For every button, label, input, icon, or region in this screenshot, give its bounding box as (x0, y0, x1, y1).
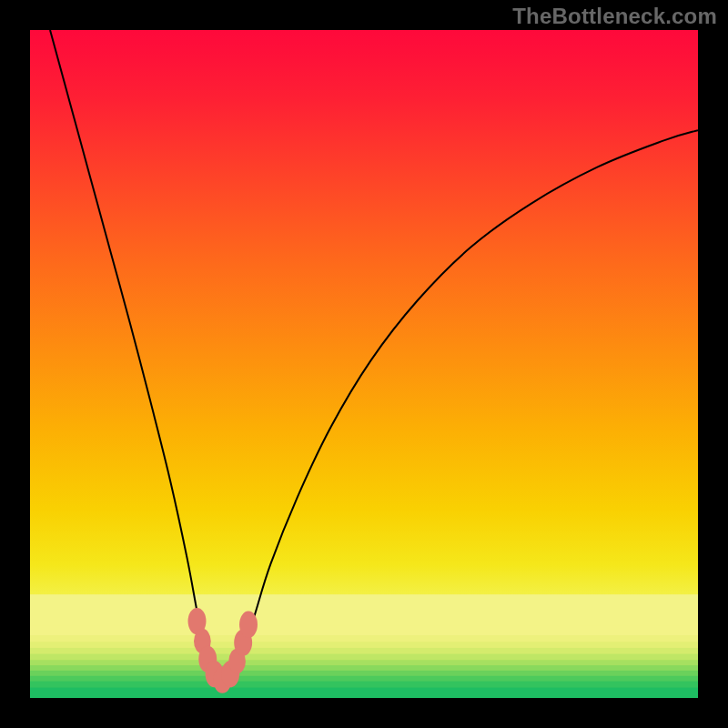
watermark-text: TheBottleneck.com (512, 4, 717, 29)
svg-rect-16 (30, 642, 698, 648)
svg-rect-15 (30, 635, 698, 642)
bottleneck-chart (30, 30, 698, 698)
svg-rect-13 (30, 594, 698, 626)
svg-rect-21 (30, 671, 698, 676)
svg-point-33 (239, 612, 258, 638)
svg-rect-23 (30, 682, 698, 688)
svg-rect-20 (30, 665, 698, 671)
chart-frame: TheBottleneck.com (0, 0, 728, 728)
svg-rect-19 (30, 660, 698, 665)
svg-rect-22 (30, 676, 698, 682)
svg-rect-14 (30, 626, 698, 636)
svg-rect-18 (30, 654, 698, 661)
svg-rect-17 (30, 648, 698, 654)
svg-rect-24 (30, 687, 698, 698)
